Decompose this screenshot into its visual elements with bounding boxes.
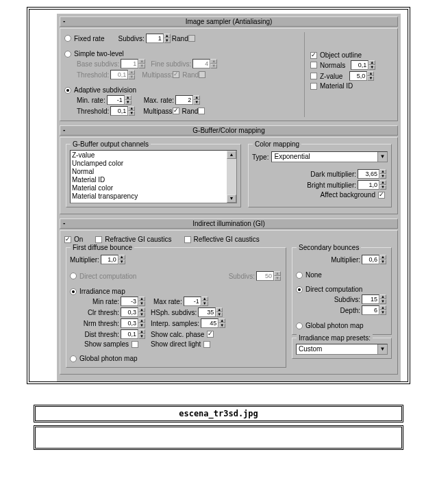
adp-rand-label: Rand: [182, 108, 199, 115]
max-rate-spinner[interactable]: 2▲▼: [175, 95, 200, 105]
fixed-rate-label: Fixed rate: [74, 35, 104, 42]
fb-mult-spinner[interactable]: 1,0▲▼: [101, 255, 125, 264]
channels-items: Z-value Unclamped color Normal Material …: [71, 151, 227, 203]
channels-listbox[interactable]: Z-value Unclamped color Normal Material …: [70, 150, 237, 203]
list-item[interactable]: Normal: [72, 168, 225, 176]
title-text: Indirect illumination (GI): [192, 220, 265, 227]
show-direct-check[interactable]: [203, 341, 210, 348]
fine-subdivs-label: Fine subdivs:: [151, 60, 191, 68]
bright-spinner[interactable]: 1,0▲▼: [358, 180, 386, 190]
show-samples-check[interactable]: [132, 341, 138, 348]
irr-clr-spinner[interactable]: 0,3▲▼: [121, 307, 145, 317]
normals-spinner[interactable]: 0,1▲▼: [351, 60, 375, 70]
gi-on-label: On: [74, 236, 83, 243]
object-outline-check[interactable]: [310, 52, 317, 59]
adp-multipass-check[interactable]: [173, 108, 179, 114]
min-rate-spinner[interactable]: -1▲▼: [107, 95, 132, 105]
show-calc-check[interactable]: [207, 331, 214, 338]
bright-label: Bright multiplier:: [307, 181, 356, 189]
normals-label: Normals: [320, 62, 345, 69]
irr-hsph-label: HSph. subdivs:: [151, 309, 197, 316]
rollup-gbuffer-title[interactable]: -G-Buffer/Color mapping: [60, 125, 398, 136]
affect-bg-label: Affect background: [321, 191, 375, 199]
title-text: G-Buffer/Color mapping: [192, 127, 264, 134]
stl-multipass-check: [173, 71, 179, 78]
irr-maxrate-label: Max rate:: [153, 298, 182, 305]
zvalue-check[interactable]: [310, 73, 317, 79]
fixed-rand-label: Rand: [172, 35, 188, 42]
sb-depth-spinner[interactable]: 6▲▼: [362, 305, 386, 315]
list-item[interactable]: Material ID: [72, 176, 225, 184]
adp-multipass-label: Multipass: [143, 108, 172, 115]
rollup-gbuffer-body: G-Buffer output channels Z-value Unclamp…: [60, 137, 398, 214]
affect-bg-check[interactable]: [378, 192, 385, 199]
sb-global-photon-label: Global photon map: [305, 322, 364, 329]
irr-minrate-label: Min rate:: [81, 298, 119, 305]
caption: escena_tr3sd.jpg: [34, 405, 403, 423]
adp-threshold-label: Threshold:: [77, 108, 109, 115]
sb-mult-spinner[interactable]: 0,6▲▼: [362, 255, 386, 264]
channels-scrollbar[interactable]: ▲▼: [227, 151, 236, 203]
fixed-rate-radio[interactable]: [64, 35, 71, 42]
stl-threshold-spinner: 0,1▲▼: [110, 70, 135, 79]
irr-dist-spinner[interactable]: 0,1▲▼: [121, 329, 145, 339]
fb-mult-label: Multiplier:: [70, 256, 99, 264]
irr-hsph-spinner[interactable]: 35▲▼: [198, 307, 223, 317]
rollup-gi-title[interactable]: -Indirect illumination (GI): [60, 218, 398, 229]
min-rate-label: Min. rate:: [77, 97, 105, 104]
fb-direct-label: Direct computation: [79, 273, 136, 280]
fb-global-photon-radio[interactable]: [70, 355, 77, 362]
type-dropdown[interactable]: Exponential▼: [271, 151, 388, 162]
stl-rand-label: Rand: [182, 71, 199, 79]
irr-nrm-spinner[interactable]: 0,3▲▼: [121, 318, 145, 328]
refractive-check[interactable]: [95, 236, 102, 243]
dark-label: Dark multiplier:: [310, 171, 356, 178]
object-outline-label: Object outline: [320, 51, 362, 59]
list-item[interactable]: Z-value: [72, 151, 225, 160]
dark-spinner[interactable]: 3,65▲▼: [358, 169, 386, 179]
fixed-subdivs-label: Subdivs:: [118, 35, 144, 42]
rollup-gi-body: On Refractive GI caustics Reflective GI …: [60, 230, 398, 375]
fb-irr-radio[interactable]: [70, 288, 77, 295]
fb-subdivs-spinner: 50▲▼: [256, 271, 281, 281]
sb-subdivs-spinner[interactable]: 15▲▼: [362, 294, 386, 304]
sec-bounce-title: Secondary bounces: [297, 244, 361, 251]
list-item[interactable]: Material transparency: [72, 192, 225, 201]
normals-check[interactable]: [310, 62, 317, 68]
reflective-label: Reflective GI caustics: [194, 236, 260, 243]
adaptive-radio[interactable]: [64, 87, 71, 94]
irr-interp-spinner[interactable]: 45▲▼: [201, 318, 225, 328]
adaptive-label: Adaptive subdivision: [74, 86, 136, 94]
sb-global-photon-radio[interactable]: [296, 323, 303, 329]
list-item[interactable]: Material color: [72, 184, 225, 192]
irr-maxrate-spinner[interactable]: -1▲▼: [184, 297, 208, 306]
sb-none-radio[interactable]: [296, 272, 303, 279]
presets-dropdown[interactable]: Custom▼: [296, 344, 388, 355]
sb-direct-radio[interactable]: [296, 286, 303, 293]
fixed-rand-check[interactable]: [188, 35, 195, 42]
list-item[interactable]: Unclamped color: [72, 160, 225, 168]
irr-interp-label: Interp. samples:: [151, 320, 199, 327]
sb-mult-label: Multiplier:: [331, 256, 360, 264]
simple-two-level-radio[interactable]: [64, 51, 71, 58]
material-id-check[interactable]: [310, 83, 317, 90]
fb-global-photon-label: Global photon map: [79, 355, 138, 362]
fixed-subdivs-spinner[interactable]: 1▲▼: [146, 34, 171, 43]
zvalue-label: Z-value: [320, 73, 342, 80]
adp-rand-check[interactable]: [198, 108, 205, 114]
stl-rand-check: [199, 71, 205, 78]
irr-clr-label: Clr thresh:: [81, 309, 119, 316]
sb-subdivs-label: Subdivs:: [334, 296, 360, 303]
sb-none-label: None: [305, 271, 322, 279]
adp-threshold-spinner[interactable]: 0,1▲▼: [110, 106, 135, 116]
mapping-group-title: Color mapping: [253, 140, 301, 148]
gi-on-check[interactable]: [64, 236, 71, 243]
irr-minrate-spinner[interactable]: -3▲▼: [121, 297, 145, 306]
zvalue-spinner[interactable]: 5,0▲▼: [349, 71, 374, 81]
fb-direct-radio[interactable]: [70, 273, 77, 279]
simple-two-level-label: Simple two-level: [74, 50, 124, 58]
show-calc-label: Show calc. phase: [151, 331, 204, 338]
irr-nrm-label: Nrm thresh:: [81, 320, 119, 327]
rollup-image-sampler-title[interactable]: -Image sampler (Antialiasing): [60, 16, 398, 27]
reflective-check[interactable]: [184, 236, 191, 243]
